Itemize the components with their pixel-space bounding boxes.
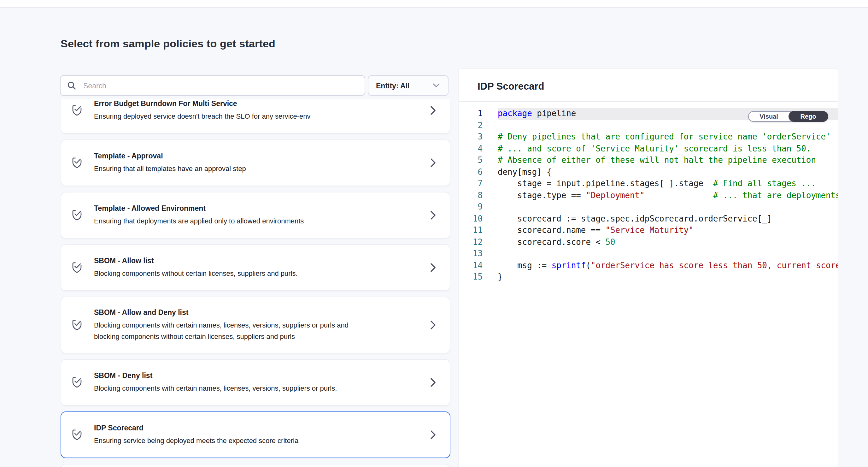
panel-divider xyxy=(459,101,838,101)
code-line[interactable]: 8 stage.type == "Deployment" # ... that … xyxy=(459,189,838,201)
panel-title: IDP Scorecard xyxy=(477,81,838,92)
line-content: # Absence of either of these will not ha… xyxy=(498,155,838,166)
policy-card-title: SBOM - Allow and Deny list xyxy=(94,308,362,317)
policy-card-text: IDP ScorecardEnsuring service being depl… xyxy=(94,424,362,446)
shield-check-icon xyxy=(71,209,83,222)
code-line[interactable]: 9 xyxy=(459,201,838,213)
toggle-option-rego[interactable]: Rego xyxy=(788,111,828,122)
code-line[interactable]: 12 scorecard.score < 50 xyxy=(459,236,838,248)
policy-card-description: Blocking components with certain names, … xyxy=(94,320,362,342)
chevron-down-icon xyxy=(433,83,440,88)
code-line[interactable]: 15} xyxy=(459,271,838,283)
policy-card[interactable]: Template - Allowed EnvironmentEnsuring t… xyxy=(61,192,451,238)
policy-card-description: Ensuring service being deployed meets th… xyxy=(94,435,362,446)
app-window: Select from sample policies to get start… xyxy=(0,0,868,467)
sample-policies-page: Select from sample policies to get start… xyxy=(0,7,868,467)
policy-list-viewport: Error Budget Burndown For Multi ServiceE… xyxy=(61,99,451,467)
code-line[interactable]: 10 scorecard := stage.spec.idpScorecard.… xyxy=(459,213,838,225)
chevron-right-icon[interactable] xyxy=(430,263,436,272)
search-input[interactable] xyxy=(82,81,358,90)
policy-card-text: SBOM - Deny listBlocking components with… xyxy=(94,371,362,394)
code-line[interactable]: 4# ... and score of 'Service Maturity' s… xyxy=(459,143,838,155)
policy-card-title: Error Budget Burndown For Multi Service xyxy=(94,99,362,108)
view-mode-toggle[interactable]: Visual Rego xyxy=(748,111,828,122)
line-content: # ... and score of 'Service Maturity' sc… xyxy=(498,143,838,155)
policy-card-title: Template - Allowed Environment xyxy=(94,204,362,213)
chevron-right-icon[interactable] xyxy=(430,106,436,115)
shield-check-icon xyxy=(71,319,83,331)
line-content: # Deny pipelines that are configured for… xyxy=(498,131,838,143)
policy-card-text: SBOM - Allow listBlocking components wit… xyxy=(94,256,362,279)
policy-card-title: SBOM - Allow list xyxy=(94,256,362,265)
line-content xyxy=(498,248,838,260)
code-line[interactable]: 5# Absence of either of these will not h… xyxy=(459,155,838,166)
shield-check-icon xyxy=(71,104,83,117)
line-number: 13 xyxy=(459,248,483,260)
top-bar xyxy=(0,0,868,7)
entity-filter-dropdown[interactable]: Entity: All xyxy=(368,75,448,96)
line-content: scorecard := stage.spec.idpScorecard.ord… xyxy=(498,213,838,225)
shield-check-icon xyxy=(71,261,83,274)
code-line[interactable]: 11 scorecard.name == "Service Maturity" xyxy=(459,225,838,236)
line-number: 10 xyxy=(459,213,483,225)
line-content xyxy=(498,201,838,213)
indent-guide xyxy=(498,178,498,271)
line-number: 15 xyxy=(459,271,483,283)
search-icon xyxy=(67,81,76,90)
policy-card[interactable]: IDP ScorecardEnsuring service being depl… xyxy=(61,411,451,458)
code-line[interactable]: 14 msg := sprintf("orderService has scor… xyxy=(459,260,838,271)
shield-check-icon xyxy=(71,376,83,389)
toggle-option-visual[interactable]: Visual xyxy=(749,112,789,121)
page-title: Select from sample policies to get start… xyxy=(61,38,275,51)
policy-card[interactable]: Template - ApprovalEnsuring that all tem… xyxy=(61,140,451,186)
policy-card-description: Ensuring that all templates have an appr… xyxy=(94,164,362,175)
chevron-right-icon[interactable] xyxy=(430,321,436,329)
line-content: scorecard.name == "Service Maturity" xyxy=(498,225,838,236)
policy-card-description: Ensuring that deployments are applied on… xyxy=(94,216,362,227)
policy-card-text: Template - ApprovalEnsuring that all tem… xyxy=(94,151,362,175)
policy-card-text: Template - Allowed EnvironmentEnsuring t… xyxy=(94,204,362,227)
search-box[interactable] xyxy=(60,75,365,96)
policy-card-title: SBOM - Deny list xyxy=(94,371,362,380)
line-number: 9 xyxy=(459,201,483,213)
policy-detail-panel: IDP Scorecard 1package pipeline23# Deny … xyxy=(459,69,838,467)
line-number: 11 xyxy=(459,225,483,236)
code-line[interactable]: 13 xyxy=(459,248,838,260)
line-content: scorecard.score < 50 xyxy=(498,236,838,248)
line-content: } xyxy=(498,271,838,283)
rego-code-editor[interactable]: 1package pipeline23# Deny pipelines that… xyxy=(459,108,838,283)
policy-card[interactable]: Error Budget Burndown For Multi ServiceE… xyxy=(61,99,451,134)
line-number: 2 xyxy=(459,120,483,131)
policy-card-clipped[interactable] xyxy=(61,464,451,467)
chevron-right-icon[interactable] xyxy=(430,158,436,167)
line-number: 8 xyxy=(459,189,483,201)
policy-card-title: IDP Scorecard xyxy=(94,424,362,432)
policy-card-text: Error Budget Burndown For Multi ServiceE… xyxy=(94,99,362,122)
policy-card[interactable]: SBOM - Allow listBlocking components wit… xyxy=(61,244,451,291)
line-number: 5 xyxy=(459,155,483,166)
line-number: 6 xyxy=(459,166,483,178)
policy-card[interactable]: SBOM - Allow and Deny listBlocking compo… xyxy=(61,297,451,353)
code-line[interactable]: 7 stage = input.pipeline.stages[_].stage… xyxy=(459,178,838,189)
shield-check-icon xyxy=(71,156,83,169)
line-number: 14 xyxy=(459,260,483,271)
line-number: 4 xyxy=(459,143,483,155)
policy-list: Error Budget Burndown For Multi ServiceE… xyxy=(61,99,451,467)
entity-filter-label: Entity: All xyxy=(376,82,410,89)
chevron-right-icon[interactable] xyxy=(430,430,436,439)
line-content: stage = input.pipeline.stages[_].stage #… xyxy=(498,178,838,189)
code-line[interactable]: 6deny[msg] { xyxy=(459,166,838,178)
chevron-right-icon[interactable] xyxy=(430,211,436,220)
line-number: 7 xyxy=(459,178,483,189)
chevron-right-icon[interactable] xyxy=(430,378,436,387)
policy-card-description: Blocking components with certain names, … xyxy=(94,383,362,394)
policy-card[interactable]: SBOM - Deny listBlocking components with… xyxy=(61,359,451,406)
line-number: 12 xyxy=(459,236,483,248)
line-number: 3 xyxy=(459,131,483,143)
line-content: deny[msg] { xyxy=(498,166,838,178)
shield-check-icon xyxy=(71,429,83,441)
code-line[interactable]: 3# Deny pipelines that are configured fo… xyxy=(459,131,838,143)
line-content: stage.type == "Deployment" # ... that ar… xyxy=(498,189,838,201)
line-number: 1 xyxy=(459,108,483,120)
policy-card-description: Ensuring deployed service doesn't breach… xyxy=(94,111,362,122)
